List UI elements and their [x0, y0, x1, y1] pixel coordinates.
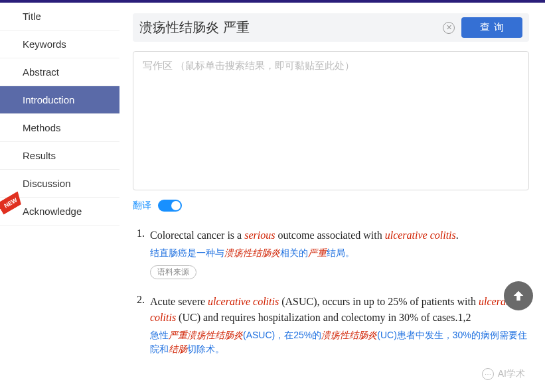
- wechat-icon: ⋯: [482, 368, 494, 380]
- translate-label: 翻译: [133, 200, 151, 212]
- result-number: 2.: [133, 294, 150, 356]
- arrow-up-icon: [511, 289, 526, 303]
- search-button[interactable]: 查询: [461, 17, 522, 38]
- sidebar-item-abstract[interactable]: Abstract: [0, 58, 119, 86]
- result-item[interactable]: 1.Colorectal cancer is a serious outcome…: [133, 228, 529, 279]
- result-english: Acute severe ulcerative colitis (ASUC), …: [150, 294, 529, 326]
- watermark: ⋯ AI学术: [482, 368, 525, 380]
- sidebar-item-title[interactable]: Title: [0, 3, 119, 31]
- result-chinese: 急性严重溃疡性结肠炎(ASUC)，在25%的溃疡性结肠炎(UC)患者中发生，30…: [150, 328, 529, 356]
- app-root: Title Keywords Abstract Introduction Met…: [0, 0, 545, 392]
- search-input[interactable]: [139, 20, 436, 35]
- source-chip[interactable]: 语料来源: [150, 265, 196, 279]
- translate-row: 翻译: [133, 200, 529, 212]
- watermark-text: AI学术: [498, 368, 525, 380]
- result-body: Colorectal cancer is a serious outcome a…: [150, 228, 529, 279]
- sidebar-item-label: Acknowledge: [23, 206, 82, 217]
- scroll-top-button[interactable]: [504, 281, 533, 310]
- result-item[interactable]: 2.Acute severe ulcerative colitis (ASUC)…: [133, 294, 529, 356]
- result-body: Acute severe ulcerative colitis (ASUC), …: [150, 294, 529, 356]
- sidebar: Title Keywords Abstract Introduction Met…: [0, 3, 119, 392]
- search-bar: ✕ 查询: [133, 13, 529, 42]
- sidebar-item-methods[interactable]: Methods: [0, 114, 119, 142]
- sidebar-item-acknowledge[interactable]: NEW Acknowledge: [0, 198, 119, 226]
- clear-icon[interactable]: ✕: [443, 22, 455, 34]
- sidebar-item-introduction[interactable]: Introduction: [0, 86, 119, 114]
- main-panel: ✕ 查询 写作区 （鼠标单击搜索结果，即可黏贴至此处） 翻译 1.Colorec…: [119, 3, 545, 392]
- result-number: 1.: [133, 228, 150, 279]
- result-chinese: 结直肠癌是一种与溃疡性结肠炎相关的严重结局。: [150, 246, 529, 260]
- write-area[interactable]: 写作区 （鼠标单击搜索结果，即可黏贴至此处）: [133, 51, 529, 190]
- translate-toggle[interactable]: [158, 200, 182, 212]
- sidebar-item-results[interactable]: Results: [0, 142, 119, 170]
- result-english: Colorectal cancer is a serious outcome a…: [150, 228, 529, 243]
- sidebar-item-keywords[interactable]: Keywords: [0, 31, 119, 58]
- results-list: 1.Colorectal cancer is a serious outcome…: [133, 228, 529, 371]
